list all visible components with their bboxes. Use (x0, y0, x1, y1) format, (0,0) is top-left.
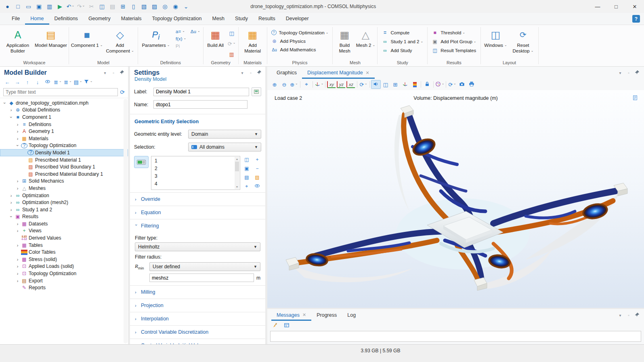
windows-button[interactable]: ◫ Windows (482, 26, 509, 48)
save-icon[interactable]: ▣ (34, 2, 44, 11)
tree-item[interactable]: › ✎ Reports (0, 284, 128, 291)
customize-toolbar-icon[interactable]: ⌄ (181, 2, 191, 11)
add-material-button[interactable]: ▦ Add Material (240, 26, 265, 54)
collapse-panel-icon[interactable]: ▾ (239, 70, 245, 76)
tree-item[interactable]: › ▤ Export (0, 277, 128, 284)
add-component-button[interactable]: ◇ Add Component (104, 26, 136, 54)
mesh-2-button[interactable]: △ Mesh 2 (355, 26, 375, 48)
paste-icon[interactable]: ▤ (107, 2, 117, 11)
zoom-in-icon[interactable]: ⊕ (270, 80, 279, 89)
virtual-operations-icon[interactable]: ▥ (227, 50, 237, 59)
parameters-button[interactable]: Pi Parameters (140, 26, 172, 48)
settings-section[interactable]: › Projection (130, 299, 265, 312)
messages-output[interactable] (270, 331, 641, 342)
tree-item[interactable]: › ▣ Results (0, 213, 128, 221)
tree-item[interactable]: › ▨ Prescribed Material Boundary 1 (0, 170, 128, 178)
graphics-canvas[interactable]: Load case 2 Volume: Displacement magnitu… (267, 90, 644, 308)
clear-messages-icon[interactable] (271, 322, 280, 330)
clear-selection-icon[interactable]: ▨ (253, 174, 261, 181)
email-table-icon[interactable] (282, 322, 292, 330)
result-templates-button[interactable]: ◫ Result Templates (429, 47, 478, 54)
float-panel-icon[interactable]: ▫ (626, 70, 631, 76)
tree-item[interactable]: › 8.85e-12 Derived Values (0, 234, 128, 242)
paste-selection-icon[interactable]: ▤ (243, 174, 251, 181)
scene-light-icon[interactable]: ◫ (381, 80, 390, 89)
tab-geometry[interactable]: Geometry (83, 13, 116, 25)
tab-definitions[interactable]: Definitions (49, 13, 83, 25)
label-field[interactable] (153, 88, 249, 96)
pin-panel-icon[interactable] (119, 70, 125, 76)
view-xz-icon[interactable]: xz (346, 81, 355, 88)
tab-home[interactable]: Home (25, 13, 49, 25)
zoom-extents-icon[interactable]: ⌖ (302, 80, 311, 89)
settings-section[interactable]: › Interpolation (130, 312, 265, 325)
float-panel-icon[interactable]: ▫ (111, 70, 116, 76)
selection-item[interactable]: 4 (155, 180, 234, 188)
copy-icon[interactable]: ◫ (97, 2, 107, 11)
name-field[interactable] (153, 100, 248, 109)
tab-materials[interactable]: Materials (116, 13, 147, 25)
build-all-button[interactable]: ▦ Build All (205, 26, 226, 48)
settings-section-filtering[interactable]: › Filtering (130, 219, 265, 232)
pin-panel-icon[interactable] (634, 70, 640, 76)
tree-scrollbar[interactable] (124, 99, 128, 343)
close-tab-icon[interactable]: ✕ (366, 70, 369, 76)
add-physics-button[interactable]: ⊛ Add Physics (269, 38, 331, 45)
find-icon[interactable]: ◎ (160, 2, 170, 11)
model-tree-node-text-icon[interactable]: ▤ (73, 78, 83, 86)
clear-region-icon[interactable]: ▨ (149, 2, 159, 11)
selection-item[interactable]: 2 (155, 165, 234, 173)
variables-button[interactable]: a= (174, 29, 186, 34)
highlight-selection-icon[interactable] (253, 183, 261, 190)
comsol-logo-icon[interactable]: ● (2, 2, 13, 11)
tree-item[interactable]: › ▦ Tables (0, 242, 128, 249)
float-panel-icon[interactable]: ▫ (626, 312, 631, 318)
update-geometry-icon[interactable]: ⟳ (227, 39, 237, 48)
functions-button[interactable]: f(x) (174, 36, 201, 42)
add-to-selection-icon[interactable]: + (253, 156, 261, 163)
tab-developer[interactable]: Developer (281, 13, 314, 25)
tab-file[interactable]: File (6, 13, 25, 25)
tree-item[interactable]: › ▩ Stress (solid) (0, 256, 128, 263)
copy-selection-icon[interactable]: ◫ (243, 156, 251, 163)
tab-topology-optimization[interactable]: Topology Optimization (147, 13, 207, 25)
maximize-button[interactable]: □ (607, 0, 625, 13)
compute-button[interactable]: = Compute (379, 29, 426, 36)
collapse-panel-icon[interactable]: ▾ (102, 70, 108, 76)
application-builder-button[interactable]: A Application Builder (2, 26, 34, 54)
settings-section[interactable]: › Override (130, 192, 265, 206)
minimize-button[interactable]: — (588, 0, 607, 13)
undo-icon[interactable]: ↶ (65, 2, 76, 11)
tree-filter-input[interactable] (3, 88, 118, 96)
print-icon[interactable] (467, 80, 476, 89)
selection-listbox[interactable]: ▲▼ 1234 (151, 156, 240, 190)
reset-desktop-button[interactable]: ⟳ Reset Desktop (510, 26, 537, 54)
add-plot-group-button[interactable]: ▣ Add Plot Group (429, 38, 478, 45)
refresh-tree-icon[interactable]: ⟳ (120, 89, 125, 95)
import-icon[interactable]: ◫ (227, 29, 237, 38)
topology-optimization-button[interactable]: ? Topology Optimization (269, 29, 331, 36)
show-axes-icon[interactable] (400, 80, 410, 89)
select-region-icon[interactable]: ▧ (139, 2, 149, 11)
tree-item[interactable]: › ◆ drone_topology_optimization.mph (0, 99, 128, 107)
add-mathematics-button[interactable]: Δu Add Mathematics (269, 46, 331, 53)
zoom-box-icon[interactable]: ⊕ (289, 80, 299, 89)
cut-icon[interactable]: ✂ (86, 2, 96, 11)
view-lock-icon[interactable] (422, 80, 432, 89)
pin-panel-icon[interactable] (256, 70, 262, 76)
selection-item[interactable]: 3 (155, 173, 234, 180)
tree-item[interactable]: › ⊡ Applied Loads (solid) (0, 263, 128, 270)
tree-item[interactable]: › ∞ Optimization (0, 192, 128, 199)
settings-section[interactable]: › Equation (130, 206, 265, 219)
zoom-to-selection-icon[interactable]: ⌖ (243, 183, 251, 190)
collapse-panel-icon[interactable]: ▾ (617, 312, 623, 318)
color-legend-icon[interactable] (410, 80, 420, 89)
tree-item[interactable]: › ■ Component 1 (0, 114, 128, 121)
go-to-view-icon[interactable] (314, 80, 324, 89)
build-mesh-button[interactable]: ▦ Build Mesh (334, 26, 355, 54)
tree-item[interactable]: › ▦ Datasets (0, 220, 128, 227)
search-icon[interactable]: ◉ (170, 2, 180, 11)
tree-item[interactable]: › ⊕ Global Definitions (0, 107, 128, 114)
new-file-icon[interactable]: □ (13, 2, 23, 11)
tab-messages[interactable]: Messages ✕ (271, 309, 311, 321)
